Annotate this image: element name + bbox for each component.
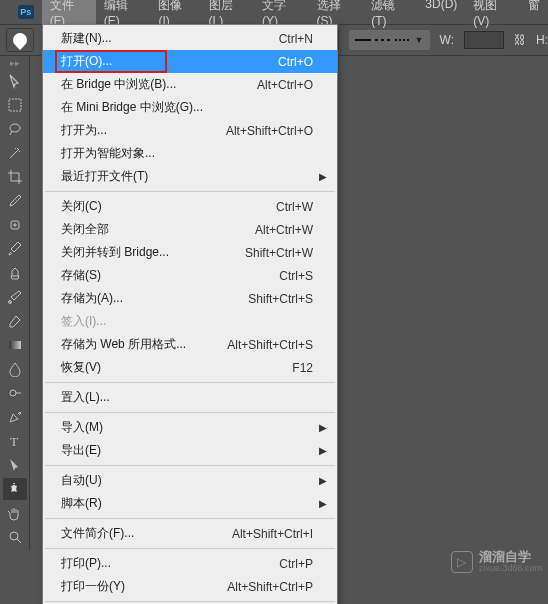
svg-point-7 <box>10 532 18 540</box>
menu-item-shortcut: Ctrl+P <box>279 557 313 571</box>
menu-6[interactable]: 滤镜(T) <box>363 0 417 32</box>
zoom-tool[interactable] <box>3 526 27 548</box>
menu-item[interactable]: 关闭全部Alt+Ctrl+W <box>43 218 337 241</box>
menu-item-label: 打开为... <box>61 122 107 139</box>
menu-item-label: 打印一份(Y) <box>61 578 125 595</box>
menu-item[interactable]: 打开为...Alt+Shift+Ctrl+O <box>43 119 337 142</box>
menu-9[interactable]: 窗 <box>520 0 548 32</box>
play-icon: ▷ <box>451 551 473 573</box>
panel-grip-icon: ▸▸ <box>0 58 29 68</box>
eyedropper-tool[interactable] <box>3 190 27 212</box>
blur-tool[interactable] <box>3 358 27 380</box>
magic-wand-tool[interactable] <box>3 142 27 164</box>
svg-rect-0 <box>9 99 21 111</box>
link-wh-icon[interactable]: ⛓ <box>514 33 526 47</box>
clone-stamp-tool[interactable] <box>3 262 27 284</box>
submenu-arrow-icon: ▶ <box>319 475 327 486</box>
dodge-tool[interactable] <box>3 382 27 404</box>
menu-item[interactable]: 在 Bridge 中浏览(B)...Alt+Ctrl+O <box>43 73 337 96</box>
menu-item-label: 打印(P)... <box>61 555 111 572</box>
menu-item-label: 导入(M) <box>61 419 103 436</box>
menu-item-label: 关闭全部 <box>61 221 109 238</box>
custom-shape-tool[interactable] <box>3 478 27 500</box>
menu-item[interactable]: 在 Mini Bridge 中浏览(G)... <box>43 96 337 119</box>
width-input[interactable] <box>464 31 504 49</box>
menu-item-shortcut: Alt+Ctrl+W <box>255 223 313 237</box>
hand-tool[interactable] <box>3 502 27 524</box>
menu-item-shortcut: Alt+Shift+Ctrl+O <box>226 124 313 138</box>
brush-tool[interactable] <box>3 238 27 260</box>
menu-item[interactable]: 打印(P)...Ctrl+P <box>43 552 337 575</box>
height-label: H: <box>536 33 548 47</box>
path-selection-tool[interactable] <box>3 454 27 476</box>
menu-separator <box>45 412 335 413</box>
history-brush-tool[interactable] <box>3 286 27 308</box>
submenu-arrow-icon: ▶ <box>319 498 327 509</box>
menu-item-label: 存储为(A)... <box>61 290 123 307</box>
menu-item[interactable]: 关闭(C)Ctrl+W <box>43 195 337 218</box>
move-tool[interactable] <box>3 70 27 92</box>
menu-item[interactable]: 存储为 Web 所用格式...Alt+Shift+Ctrl+S <box>43 333 337 356</box>
menu-item[interactable]: 导出(E)▶ <box>43 439 337 462</box>
watermark-url: zixue.3d66.com <box>479 564 542 574</box>
menu-item-shortcut: Alt+Shift+Ctrl+I <box>232 527 313 541</box>
submenu-arrow-icon: ▶ <box>319 422 327 433</box>
menu-item[interactable]: 脚本(R)▶ <box>43 492 337 515</box>
menu-item[interactable]: 导入(M)▶ <box>43 416 337 439</box>
menu-item[interactable]: 新建(N)...Ctrl+N <box>43 27 337 50</box>
menu-item-label: 置入(L)... <box>61 389 110 406</box>
menu-item-shortcut: Ctrl+N <box>279 32 313 46</box>
menu-item[interactable]: 文件简介(F)...Alt+Shift+Ctrl+I <box>43 522 337 545</box>
menu-item[interactable]: 打开(O)...Ctrl+O <box>43 50 337 73</box>
watermark: ▷ 溜溜自学 zixue.3d66.com <box>451 550 542 574</box>
menu-item-label: 在 Mini Bridge 中浏览(G)... <box>61 99 203 116</box>
submenu-arrow-icon: ▶ <box>319 445 327 456</box>
menu-item-label: 文件简介(F)... <box>61 525 134 542</box>
pen-tool[interactable] <box>3 406 27 428</box>
menu-separator <box>45 601 335 602</box>
menu-item-shortcut: Ctrl+S <box>279 269 313 283</box>
solid-line-icon <box>355 39 371 41</box>
type-tool[interactable]: T <box>3 430 27 452</box>
menu-item-label: 关闭并转到 Bridge... <box>61 244 169 261</box>
menu-item[interactable]: 关闭并转到 Bridge...Shift+Ctrl+W <box>43 241 337 264</box>
menu-item-label: 最近打开文件(T) <box>61 168 148 185</box>
menu-item[interactable]: 置入(L)... <box>43 386 337 409</box>
menu-7[interactable]: 3D(D) <box>417 0 465 32</box>
submenu-arrow-icon: ▶ <box>319 171 327 182</box>
menu-item-label: 在 Bridge 中浏览(B)... <box>61 76 176 93</box>
width-label: W: <box>440 33 454 47</box>
menu-separator <box>45 191 335 192</box>
menu-item-label: 新建(N)... <box>61 30 112 47</box>
menu-item[interactable]: 最近打开文件(T)▶ <box>43 165 337 188</box>
svg-rect-4 <box>9 341 21 349</box>
svg-point-5 <box>10 390 16 396</box>
menu-item-label: 自动(U) <box>61 472 102 489</box>
menu-separator <box>45 465 335 466</box>
ps-logo-icon: Ps <box>18 5 34 19</box>
menu-item[interactable]: 存储为(A)...Shift+Ctrl+S <box>43 287 337 310</box>
healing-brush-tool[interactable] <box>3 214 27 236</box>
stroke-style-picker[interactable]: ▼ <box>349 30 430 50</box>
menu-item: 签入(I)... <box>43 310 337 333</box>
lasso-tool[interactable] <box>3 118 27 140</box>
menu-8[interactable]: 视图(V) <box>465 0 520 32</box>
menu-item[interactable]: 恢复(V)F12 <box>43 356 337 379</box>
menu-item-shortcut: Alt+Ctrl+O <box>257 78 313 92</box>
shape-tool-preset[interactable] <box>6 28 34 52</box>
menu-item[interactable]: 存储(S)Ctrl+S <box>43 264 337 287</box>
menu-item-shortcut: Alt+Shift+Ctrl+P <box>227 580 313 594</box>
menu-item[interactable]: 打印一份(Y)Alt+Shift+Ctrl+P <box>43 575 337 598</box>
crop-tool[interactable] <box>3 166 27 188</box>
menu-item-label: 脚本(R) <box>61 495 102 512</box>
menu-item-shortcut: Shift+Ctrl+W <box>245 246 313 260</box>
menu-item[interactable]: 打开为智能对象... <box>43 142 337 165</box>
menu-item-shortcut: Ctrl+O <box>278 55 313 69</box>
menu-item-shortcut: Shift+Ctrl+S <box>248 292 313 306</box>
file-menu-dropdown: 新建(N)...Ctrl+N打开(O)...Ctrl+O在 Bridge 中浏览… <box>42 24 338 604</box>
marquee-tool[interactable] <box>3 94 27 116</box>
menu-item-shortcut: F12 <box>292 361 313 375</box>
eraser-tool[interactable] <box>3 310 27 332</box>
menu-item[interactable]: 自动(U)▶ <box>43 469 337 492</box>
gradient-tool[interactable] <box>3 334 27 356</box>
